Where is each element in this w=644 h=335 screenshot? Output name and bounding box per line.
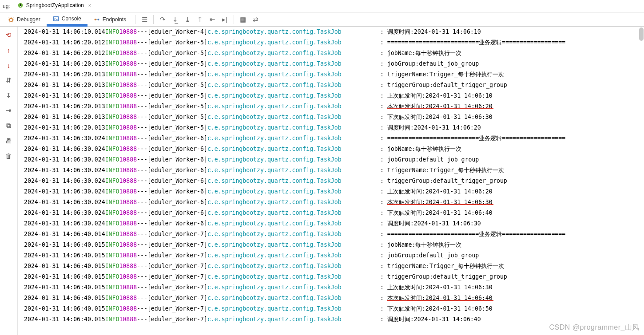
- log-line: 2024-01-31 14:06:30.024 INFO 10888 --- […: [24, 197, 641, 208]
- log-line: 2024-01-31 14:06:30.024 INFO 10888 --- […: [24, 144, 641, 154]
- log-line: 2024-01-31 14:06:20.013 INFO 10888 --- […: [24, 59, 641, 69]
- run-to-cursor-icon[interactable]: ▸|: [219, 13, 231, 26]
- trash-icon[interactable]: 🗑: [3, 151, 15, 161]
- log-pid: 10888: [119, 176, 137, 186]
- debug-toolbar: Debugger Console Endpoints ☰ ↷ ↓̲ ⤓ ⤒ ⇤ …: [0, 12, 644, 27]
- filter-icon[interactable]: ☰: [138, 13, 151, 26]
- log-logger: c.e.springbootzy.quartz.config.TaskJob: [207, 261, 377, 272]
- log-level: INFO: [105, 261, 119, 272]
- log-level: INFO: [105, 154, 119, 165]
- more-icon[interactable]: ⇄: [249, 13, 262, 26]
- log-separator: ---: [137, 69, 147, 80]
- log-logger: c.e.springbootzy.quartz.config.TaskJob: [207, 165, 377, 176]
- log-line: 2024-01-31 14:06:30.024 INFO 10888 --- […: [24, 165, 641, 176]
- log-logger: c.e.springbootzy.quartz.config.TaskJob: [207, 314, 377, 325]
- log-message: triggerName:Trigger_每十秒钟执行一次: [387, 167, 504, 173]
- log-message: 调度时间:2024-01-31 14:06:40: [387, 316, 481, 323]
- log-timestamp: 2024-01-31 14:06:40.015: [24, 272, 105, 282]
- log-level: INFO: [105, 112, 119, 122]
- log-message: 本次触发时间:2024-01-31 14:06:40: [387, 295, 493, 301]
- log-pid: 10888: [119, 282, 137, 293]
- evaluate-icon[interactable]: ▦: [237, 13, 249, 26]
- log-pid: 10888: [119, 101, 137, 112]
- log-line: 2024-01-31 14:06:20.013 INFO 10888 --- […: [24, 80, 641, 91]
- log-separator: ---: [137, 261, 147, 272]
- log-level: INFO: [105, 197, 119, 208]
- log-timestamp: 2024-01-31 14:06:40.015: [24, 240, 105, 250]
- log-logger: c.e.springbootzy.quartz.config.TaskJob: [207, 59, 377, 69]
- log-colon: :: [377, 176, 387, 186]
- tab-console[interactable]: Console: [47, 12, 87, 27]
- log-colon: :: [377, 154, 387, 165]
- close-icon[interactable]: ×: [88, 3, 91, 8]
- log-message: jobName:每十秒钟执行一次: [387, 50, 462, 56]
- step-over-icon[interactable]: ↷: [156, 13, 169, 26]
- log-separator: ---: [137, 133, 147, 144]
- log-level: INFO: [105, 186, 119, 197]
- log-level: INFO: [105, 293, 119, 303]
- log-line: 2024-01-31 14:06:40.015 INFO 10888 --- […: [24, 314, 641, 325]
- soft-wrap-icon[interactable]: ⇵: [3, 75, 15, 85]
- step-out-icon[interactable]: ⤒: [194, 13, 206, 26]
- log-line: 2024-01-31 14:06:40.015 INFO 10888 --- […: [24, 272, 641, 282]
- endpoints-icon: [94, 16, 100, 23]
- log-level: INFO: [105, 303, 119, 314]
- console-output[interactable]: 2024-01-31 14:06:10.014 INFO 10888 --- […: [18, 27, 644, 335]
- log-timestamp: 2024-01-31 14:06:20.013: [24, 69, 105, 80]
- drop-frame-icon[interactable]: ⇤: [206, 13, 219, 26]
- toolbar-separator: [135, 15, 135, 24]
- print-icon[interactable]: 🖶: [3, 136, 15, 146]
- log-separator: ---: [137, 186, 147, 197]
- scrollbar-thumb[interactable]: [639, 28, 644, 41]
- log-colon: :: [377, 48, 387, 59]
- log-pid: 10888: [119, 133, 137, 144]
- log-thread: [eduler_Worker-5]: [147, 112, 207, 122]
- log-logger: c.e.springbootzy.quartz.config.TaskJob: [207, 101, 377, 112]
- log-message: ==========================业务逻辑==========…: [387, 135, 565, 142]
- log-pid: 10888: [119, 165, 137, 176]
- log-colon: :: [377, 186, 387, 197]
- step-into-icon[interactable]: ↓̲: [169, 13, 181, 26]
- svg-point-1: [20, 6, 21, 7]
- log-colon: :: [377, 293, 387, 303]
- up-stack-icon[interactable]: ↑: [3, 45, 15, 55]
- log-message: ==========================业务逻辑==========…: [387, 39, 565, 46]
- log-logger: c.e.springbootzy.quartz.config.TaskJob: [207, 69, 377, 80]
- log-pid: 10888: [119, 91, 137, 101]
- down-stack-icon[interactable]: ↓: [3, 60, 15, 70]
- log-level: INFO: [105, 101, 119, 112]
- log-colon: :: [377, 80, 387, 91]
- clear-all-icon[interactable]: ⟲: [3, 30, 15, 40]
- log-separator: ---: [137, 112, 147, 122]
- run-config-tab[interactable]: SpringbootZyApplication ×: [13, 1, 96, 12]
- log-line: 2024-01-31 14:06:20.012 INFO 10888 --- […: [24, 37, 641, 48]
- log-line: 2024-01-31 14:06:40.014 INFO 10888 --- […: [24, 229, 641, 240]
- log-timestamp: 2024-01-31 14:06:30.024: [24, 133, 105, 144]
- log-line: 2024-01-31 14:06:20.013 INFO 10888 --- […: [24, 112, 641, 122]
- log-line: 2024-01-31 14:06:30.024 INFO 10888 --- […: [24, 176, 641, 186]
- log-timestamp: 2024-01-31 14:06:20.013: [24, 112, 105, 122]
- log-logger: c.e.springbootzy.quartz.config.TaskJob: [207, 282, 377, 293]
- log-timestamp: 2024-01-31 14:06:40.015: [24, 282, 105, 293]
- log-level: INFO: [105, 165, 119, 176]
- log-separator: ---: [137, 229, 147, 240]
- log-line: 2024-01-31 14:06:10.014 INFO 10888 --- […: [24, 27, 641, 37]
- bug-icon: [8, 16, 14, 23]
- log-message: triggerName:Trigger_每十秒钟执行一次: [387, 263, 504, 269]
- log-separator: ---: [137, 282, 147, 293]
- log-thread: [eduler_Worker-7]: [147, 240, 207, 250]
- force-step-into-icon[interactable]: ⤓: [181, 13, 194, 26]
- log-colon: :: [377, 218, 387, 229]
- log-level: INFO: [105, 208, 119, 218]
- log-pid: 10888: [119, 208, 137, 218]
- run-config-bar: ug: SpringbootZyApplication ×: [0, 0, 644, 12]
- settings-icon[interactable]: ⧉: [3, 121, 15, 130]
- log-separator: ---: [137, 197, 147, 208]
- tab-debugger[interactable]: Debugger: [2, 12, 47, 27]
- log-logger: c.e.springbootzy.quartz.config.TaskJob: [207, 229, 377, 240]
- tab-endpoints[interactable]: Endpoints: [87, 12, 132, 27]
- log-line: 2024-01-31 14:06:40.015 INFO 10888 --- […: [24, 240, 641, 250]
- toggle-break-icon[interactable]: ⇥: [3, 106, 15, 115]
- log-pid: 10888: [119, 197, 137, 208]
- scroll-to-end-icon[interactable]: ↧: [3, 91, 15, 100]
